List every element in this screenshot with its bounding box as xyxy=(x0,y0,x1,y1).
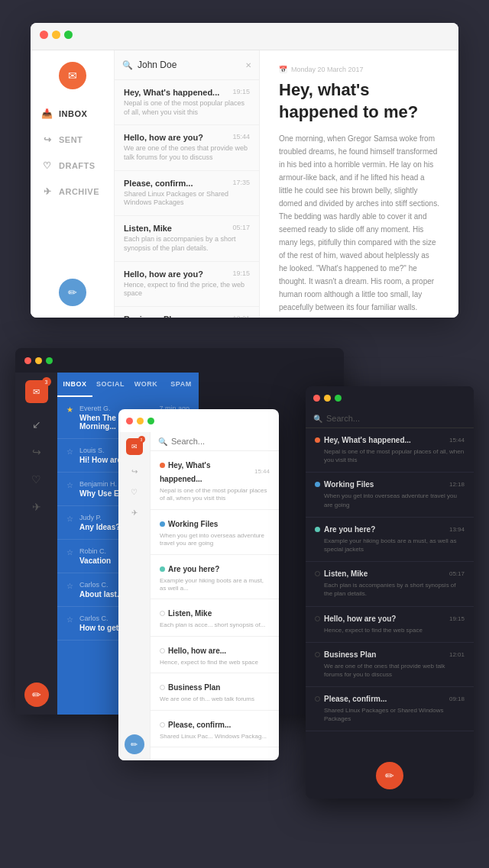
dot-indicator xyxy=(315,696,320,702)
email-list-item[interactable]: Hello, how are you? 15:44 We are one of … xyxy=(115,125,259,170)
top-sidebar: ✉ 📥 INBOX ↪ SENT ♡ DRAFTS ✈ ARCHIVE xyxy=(31,50,115,318)
dark-sidebar: ✉ 3 ↙ ↪ ♡ ✈ ✏ xyxy=(15,373,57,715)
email-body: One morning, when Gregor Samsa woke from… xyxy=(279,132,439,314)
email-content-pane: 📅 Monday 20 March 2017 Hey, what's happe… xyxy=(260,50,458,318)
dark-archive-icon[interactable]: ✈ xyxy=(32,501,41,513)
dark-drafts-icon[interactable]: ♡ xyxy=(31,473,41,486)
dark-popup: 🔍 Hey, What's happened... 15:44 Nepal is… xyxy=(306,386,474,799)
maximize-button[interactable] xyxy=(64,31,73,39)
search-input[interactable] xyxy=(138,60,241,70)
archive-icon: ✈ xyxy=(42,186,53,197)
dark-inbox-icon[interactable]: ↙ xyxy=(32,418,41,431)
dark-popup-close-button[interactable] xyxy=(313,395,320,402)
dark-compose-button[interactable]: ✏ xyxy=(24,682,49,707)
dark-popup-search-icon: 🔍 xyxy=(313,415,322,423)
search-icon: 🔍 xyxy=(122,60,133,70)
star-icon[interactable]: ☆ xyxy=(66,615,73,624)
dark-popup-email-item[interactable]: Listen, Mike 05:17 Each plan is accompan… xyxy=(306,562,474,606)
dark-popup-email-item[interactable]: Working Files 12:18 When you get into ov… xyxy=(306,473,474,517)
medium-email-item[interactable]: Please, confirm... Shared Linux Pac... W… xyxy=(151,711,279,747)
clear-search-button[interactable]: ✕ xyxy=(245,61,251,69)
dark-popup-email-item[interactable]: Hey, What's happened... 15:44 Nepal is o… xyxy=(306,428,474,473)
dark-popup-email-item[interactable]: Hello, how are you? 19:15 Hence, expect … xyxy=(306,607,474,643)
bottom-section: ✉ 3 ↙ ↪ ♡ ✈ ✏ INBOX SOCIAL WORK SPAM ★ E… xyxy=(0,340,489,737)
email-list-item[interactable]: Business Plan 12:01 We are one of the on… xyxy=(115,307,259,318)
email-list-item[interactable]: Please, confirm... 17:35 Shared Linux Pa… xyxy=(115,171,259,216)
dot-indicator xyxy=(315,571,320,576)
compose-button[interactable]: ✏ xyxy=(59,279,86,306)
tab-spam[interactable]: SPAM xyxy=(164,373,199,397)
dark-tabs: INBOX SOCIAL WORK SPAM xyxy=(57,373,199,397)
medium-drafts-icon[interactable]: ♡ xyxy=(131,488,138,496)
sidebar-item-drafts[interactable]: ♡ DRAFTS xyxy=(31,153,114,179)
dark-popup-email-item[interactable]: Are you here? 13:94 Example your hiking … xyxy=(306,518,474,562)
sent-icon: ↪ xyxy=(42,134,53,145)
dark-avatar: ✉ 3 xyxy=(25,380,48,403)
email-list-item[interactable]: Hello, how are you? 19:15 Hence, expect … xyxy=(115,262,259,307)
dark-maximize-button[interactable] xyxy=(46,357,53,364)
medium-email-item[interactable]: Working Files When you get into overseas… xyxy=(151,510,279,555)
medium-email-item[interactable]: Listen, Mike Each plan is acce... short … xyxy=(151,599,279,636)
dot-indicator xyxy=(315,652,320,657)
dark-close-button[interactable] xyxy=(24,357,31,364)
drafts-icon: ♡ xyxy=(42,160,53,171)
star-icon[interactable]: ☆ xyxy=(66,481,73,489)
dark-popup-minimize-button[interactable] xyxy=(324,395,331,402)
traffic-lights xyxy=(31,23,82,47)
dark-popup-search: 🔍 xyxy=(306,409,474,428)
tab-work[interactable]: WORK xyxy=(128,373,164,397)
dark-sent-icon[interactable]: ↪ xyxy=(32,446,41,458)
dark-popup-email-item[interactable]: Business Plan 12:01 We are one of the on… xyxy=(306,643,474,687)
inbox-icon: 📥 xyxy=(42,108,53,119)
dark-popup-email-item[interactable]: Please, confirm... 09:18 Shared Linux Pa… xyxy=(306,687,474,731)
star-icon[interactable]: ☆ xyxy=(66,447,73,456)
medium-email-item[interactable]: Are you here? Example your hiking boots … xyxy=(151,555,279,600)
star-icon[interactable]: ★ xyxy=(66,405,73,414)
top-email-client: ✉ 📥 INBOX ↪ SENT ♡ DRAFTS ✈ ARCHIVE xyxy=(31,23,458,318)
top-window-header xyxy=(31,23,458,50)
dark-popup-list-container: Hey, What's happened... 15:44 Nepal is o… xyxy=(306,428,474,731)
close-button[interactable] xyxy=(40,31,48,39)
medium-email-item[interactable]: Hey, What's happened... 15:44 Nepal is o… xyxy=(151,451,279,510)
notification-badge: 3 xyxy=(42,377,51,386)
email-date: 📅 Monday 20 March 2017 xyxy=(279,66,439,73)
medium-compose-button[interactable]: ✏ xyxy=(125,734,144,754)
medium-badge: 3 xyxy=(138,436,145,443)
medium-sidebar: ✉ 3 ↪ ♡ ✈ ✏ xyxy=(118,432,151,760)
star-icon[interactable]: ☆ xyxy=(66,548,73,557)
tab-inbox[interactable]: INBOX xyxy=(57,373,92,397)
dot-indicator xyxy=(315,482,320,487)
dark-popup-maximize-button[interactable] xyxy=(335,395,342,402)
email-list-container: Hey, What's happened... 19:15 Nepal is o… xyxy=(115,80,259,318)
medium-email-item[interactable]: Business Plan We are one of th... web ta… xyxy=(151,673,279,710)
medium-list: 🔍 Hey, What's happened... 15:44 Nepal is… xyxy=(151,432,279,760)
medium-sent-icon[interactable]: ↪ xyxy=(131,467,138,476)
dark-popup-search-input[interactable] xyxy=(326,414,466,423)
tab-social[interactable]: SOCIAL xyxy=(92,373,128,397)
medium-window-header xyxy=(118,409,279,432)
star-icon[interactable]: ☆ xyxy=(66,582,73,590)
sidebar-item-archive[interactable]: ✈ ARCHIVE xyxy=(31,179,114,205)
sidebar-item-inbox[interactable]: 📥 INBOX xyxy=(31,101,114,127)
medium-popup: ✉ 3 ↪ ♡ ✈ ✏ 🔍 Hey, What's happened... 15… xyxy=(118,409,279,760)
medium-maximize-button[interactable] xyxy=(147,418,154,424)
email-list-item[interactable]: Listen, Mike 05:17 Each plan is accompan… xyxy=(115,216,259,261)
email-title: Hey, what's happened to me? xyxy=(279,79,439,123)
dark-minimize-button[interactable] xyxy=(35,357,42,364)
dot-indicator xyxy=(315,437,320,443)
medium-email-item[interactable]: Hello, how are... Hence, expect to find … xyxy=(151,637,279,673)
sidebar-item-sent[interactable]: ↪ SENT xyxy=(31,127,114,153)
medium-minimize-button[interactable] xyxy=(137,418,144,424)
email-list-item[interactable]: Hey, What's happened... 19:15 Nepal is o… xyxy=(115,80,259,125)
dark-popup-header xyxy=(306,386,474,409)
star-icon[interactable]: ☆ xyxy=(66,515,73,523)
dot-indicator xyxy=(315,527,320,532)
medium-close-button[interactable] xyxy=(126,418,133,424)
medium-archive-icon[interactable]: ✈ xyxy=(131,508,138,517)
dark-window-header xyxy=(15,348,344,373)
dark-popup-compose-button[interactable]: ✏ xyxy=(376,762,403,789)
medium-email-list-container: Hey, What's happened... 15:44 Nepal is o… xyxy=(151,451,279,747)
minimize-button[interactable] xyxy=(52,31,60,39)
medium-search-input[interactable] xyxy=(171,437,271,446)
dot-indicator xyxy=(315,616,320,621)
